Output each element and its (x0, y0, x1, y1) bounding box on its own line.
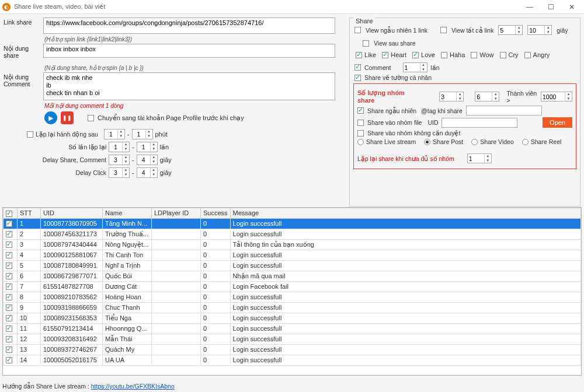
row-checkbox[interactable] (6, 220, 12, 227)
cell-success: 0 (201, 271, 231, 281)
laplai-checkbox[interactable] (27, 131, 33, 138)
cell-ld (152, 229, 201, 239)
play-button[interactable]: ▶ (44, 111, 57, 124)
row-checkbox[interactable] (6, 273, 12, 279)
comment-count-spin[interactable]: ▲▼ (403, 62, 427, 72)
maximize-button[interactable]: ☐ (544, 3, 557, 11)
close-button[interactable]: ✕ (565, 3, 578, 11)
footer-link[interactable]: https://youtu.be/GFXBKIsAbno (91, 383, 175, 390)
cell-name: UA UA (103, 355, 152, 365)
delay-click-from-spin[interactable]: ▲▼ (109, 167, 130, 178)
cell-ld (152, 334, 201, 344)
delay-click-label: Delay Click (27, 169, 106, 176)
table-row[interactable]: 9100093198866659Chuc Thanh0Login success… (4, 302, 581, 313)
cell-stt: 6 (18, 271, 41, 281)
th-name[interactable]: Name (103, 208, 152, 219)
noi-dung-share-input[interactable] (43, 44, 335, 58)
table-row[interactable]: 5100087180849991Nghĩ a Trịnh0Login succe… (4, 260, 581, 271)
share-reel-radio[interactable] (522, 139, 529, 145)
share-no-approve-checkbox[interactable] (357, 130, 364, 136)
noi-dung-comment-input[interactable] (43, 72, 335, 100)
delay-share-to-spin[interactable]: ▲▼ (137, 155, 158, 165)
solan-from-spin[interactable]: ▲▼ (109, 142, 130, 152)
link-share-input[interactable] (43, 18, 335, 34)
row-checkbox[interactable] (6, 326, 12, 332)
comment-spin-hint: (Nội dung share, hỗ trợ spin {a | b |c }… (44, 65, 342, 71)
table-row[interactable]: 14100005052016175UA UA0Login successfull (4, 355, 581, 365)
cell-ld (152, 271, 201, 281)
accounts-table[interactable]: STT UID Name LDPlayer ID Success Message… (2, 207, 582, 376)
delay-click-to-spin[interactable]: ▲▼ (137, 167, 158, 178)
titlebar: ◐ Share live steam, video, bài viết — ☐ … (0, 0, 584, 14)
table-row[interactable]: 761551487827708Dương Cát0Login Facebook … (4, 281, 581, 292)
row-checkbox[interactable] (6, 315, 12, 321)
th-message[interactable]: Message (230, 208, 580, 219)
laplai-from-spin[interactable]: ▲▼ (104, 129, 125, 139)
cell-uid: 100087738070905 (41, 218, 103, 229)
table-row[interactable]: 1100087738070905Tăng Minh N...0Login suc… (4, 218, 581, 229)
th-stt[interactable]: STT (18, 208, 41, 219)
th-ldplayer[interactable]: LDPlayer ID (152, 208, 201, 219)
share-post-label: Share Post (433, 138, 463, 145)
view-to-spin[interactable]: ▲▼ (527, 25, 552, 35)
tag-input[interactable] (466, 106, 542, 116)
delay-click-unit: giây (160, 169, 172, 176)
table-row[interactable]: 8100089210783562Hoàng Hoan0Login success… (4, 292, 581, 302)
share-post-radio[interactable] (424, 139, 430, 145)
row-checkbox[interactable] (6, 304, 12, 311)
window-title: Share live steam, video, bài viết (14, 3, 520, 10)
select-all-checkbox[interactable] (6, 211, 12, 217)
share-live-radio[interactable] (357, 139, 364, 145)
table-row[interactable]: 12100093208316492Mẫn Thái0Login successf… (4, 334, 581, 344)
view-from-spin[interactable]: ▲▼ (498, 25, 523, 35)
row-checkbox[interactable] (6, 231, 12, 237)
view-after-share-checkbox[interactable] (363, 40, 369, 47)
table-row[interactable]: 2100087456321173Trường Thuấ...0Login suc… (4, 229, 581, 239)
row-checkbox[interactable] (6, 252, 12, 258)
view-random-checkbox[interactable] (354, 27, 361, 33)
solan-to-spin[interactable]: ▲▼ (137, 142, 158, 152)
heart-checkbox[interactable] (382, 52, 388, 58)
repeat-red-spin[interactable]: ▲▼ (467, 153, 492, 163)
group-to-spin[interactable]: ▲▼ (475, 92, 499, 102)
share-wall-checkbox[interactable] (354, 75, 361, 81)
row-checkbox[interactable] (6, 336, 12, 342)
table-row[interactable]: 3100087974340444Nông Nguyệt...0Tải thông… (4, 239, 581, 250)
open-button[interactable]: Open (543, 117, 572, 128)
share-file-checkbox[interactable] (357, 120, 364, 126)
minimize-button[interactable]: — (523, 3, 536, 11)
wow-checkbox[interactable] (471, 52, 477, 58)
stop-button[interactable]: ❚❚ (61, 111, 74, 124)
row-checkbox[interactable] (6, 262, 12, 269)
share-video-radio[interactable] (471, 139, 478, 145)
table-row[interactable]: 6100086729877071Quốc Bùi0Nhận mã qua mai… (4, 271, 581, 281)
share-file-label: Share vào nhóm file (367, 119, 422, 126)
comment-checkbox[interactable] (354, 64, 361, 71)
love-label: Love (421, 51, 435, 58)
th-success[interactable]: Success (201, 208, 231, 219)
page-profile-checkbox[interactable] (88, 115, 94, 121)
uid-input[interactable] (442, 118, 517, 128)
table-row[interactable]: 4100090125881067Thi Canh Ton0Login succe… (4, 250, 581, 260)
table-row[interactable]: 13100089372746267Quách My0Login successf… (4, 344, 581, 355)
table-row[interactable]: 1161550791213414Hhoonngg Q...0Login succ… (4, 323, 581, 334)
angry-checkbox[interactable] (524, 52, 531, 58)
row-checkbox[interactable] (6, 294, 12, 300)
uid-label: UID (427, 119, 438, 126)
haha-checkbox[interactable] (441, 52, 447, 58)
like-checkbox[interactable] (356, 52, 362, 58)
love-checkbox[interactable] (412, 52, 419, 58)
laplai-to-spin[interactable]: ▲▼ (132, 129, 153, 139)
row-checkbox[interactable] (6, 284, 12, 290)
row-checkbox[interactable] (6, 346, 12, 353)
group-from-spin[interactable]: ▲▼ (439, 92, 464, 102)
table-row[interactable]: 10100089231568353Tiểu Nga0Login successf… (4, 313, 581, 323)
delay-share-from-spin[interactable]: ▲▼ (109, 155, 130, 165)
row-checkbox[interactable] (6, 242, 12, 248)
th-uid[interactable]: UID (41, 208, 103, 219)
share-random-checkbox[interactable] (357, 107, 364, 114)
cry-checkbox[interactable] (500, 52, 506, 58)
row-checkbox[interactable] (6, 357, 12, 363)
thanh-vien-spin[interactable]: ▲▼ (541, 92, 572, 102)
view-all-checkbox[interactable] (440, 27, 447, 33)
